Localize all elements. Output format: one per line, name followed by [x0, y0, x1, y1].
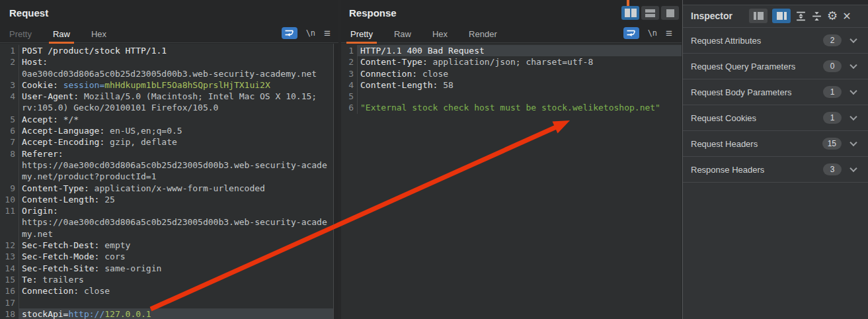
layout-rows-button[interactable]: [641, 6, 659, 20]
inspector-dock-left-button[interactable]: [749, 9, 768, 23]
word-wrap-icon: [284, 29, 294, 37]
line-number: [0, 68, 19, 79]
gear-icon[interactable]: ⚙: [827, 9, 838, 23]
request-toolbar: \n ≡: [282, 27, 331, 39]
code-line: 6"External stock check host must be stoc…: [341, 102, 682, 113]
code-line-text: Sec-Fetch-Dest: empty: [19, 240, 333, 251]
code-line-text: "External stock check host must be stock…: [358, 102, 682, 113]
line-number: 4: [0, 91, 19, 102]
inspector-dock-right-button[interactable]: [772, 9, 791, 23]
inspector-section-request-body-parameters[interactable]: Request Body Parameters1: [683, 79, 868, 105]
line-number: [0, 171, 19, 182]
section-label: Request Body Parameters: [691, 87, 791, 97]
section-label: Request Headers: [691, 139, 758, 149]
dock-right-icon: [777, 12, 783, 20]
count-badge: 1: [823, 86, 842, 98]
single-layout-icon: [666, 9, 674, 17]
code-line-text: https://0ae300cd03d806a5c0b25d23005d00b3…: [19, 216, 333, 228]
code-line: https://0ae300cd03d806a5c0b25d23005d00b3…: [0, 160, 333, 171]
code-line: 13Sec-Fetch-Mode: cors: [0, 251, 333, 262]
code-line: 12Sec-Fetch-Dest: empty: [0, 240, 333, 251]
inspector-section-request-query-parameters[interactable]: Request Query Parameters0: [683, 54, 868, 79]
response-panel-title: Response: [349, 7, 397, 19]
code-line: rv:105.0) Gecko/20100101 Firefox/105.0: [0, 102, 333, 113]
code-line: 10Content-Length: 25: [0, 194, 333, 205]
line-number: 1: [0, 45, 19, 56]
close-icon[interactable]: ✕: [842, 10, 851, 23]
response-tab-render[interactable]: Render: [465, 26, 501, 43]
layout-columns-button[interactable]: [621, 6, 639, 20]
soft-wrap-toggle-button[interactable]: [282, 27, 297, 39]
collapse-all-icon[interactable]: [811, 11, 822, 21]
code-line: 1HTTP/1.1 400 Bad Request: [341, 45, 682, 56]
chevron-down-icon[interactable]: [849, 139, 857, 146]
show-newlines-toggle[interactable]: \n: [306, 28, 315, 38]
inspector-section-request-cookies[interactable]: Request Cookies1: [683, 105, 868, 131]
chevron-down-icon[interactable]: [849, 36, 857, 43]
line-number: 4: [341, 79, 358, 91]
code-line: 16Connection: close: [0, 285, 333, 296]
chevron-down-icon[interactable]: [849, 87, 857, 95]
inspector-section-request-headers[interactable]: Request Headers15: [683, 131, 868, 157]
show-newlines-toggle[interactable]: \n: [648, 28, 657, 38]
line-number: [0, 160, 19, 171]
count-badge: 3: [823, 163, 842, 175]
layout-selected-indicator: [627, 0, 629, 6]
inspector-section-response-headers[interactable]: Response Headers3: [683, 157, 868, 183]
request-panel-title: Request: [9, 7, 48, 19]
code-line-text: Accept: */*: [19, 114, 333, 125]
inspector-section-request-attributes[interactable]: Request Attributes2: [683, 28, 868, 54]
code-line: 15Te: trailers: [0, 274, 333, 285]
request-editor[interactable]: 1POST /product/stock HTTP/1.12Host:0ae30…: [0, 44, 334, 319]
response-panel: Response PrettyRawHexRender \n ≡ 1H: [341, 0, 682, 319]
code-line-text: [358, 91, 682, 102]
editor-menu-button[interactable]: ≡: [324, 28, 331, 39]
code-line: 5: [341, 91, 682, 102]
line-number: 16: [0, 285, 19, 296]
inspector-panel: Inspector ⚙ ✕ Request Attri: [682, 0, 868, 319]
chevron-down-icon[interactable]: [849, 113, 857, 120]
code-line: 14Sec-Fetch-Site: same-origin: [0, 263, 333, 274]
response-toolbar: \n ≡: [623, 27, 672, 39]
inspector-top-strip: [683, 0, 868, 5]
line-number: 12: [0, 240, 19, 251]
expand-all-icon[interactable]: [795, 11, 807, 21]
line-number: [0, 216, 19, 228]
code-line-text: User-Agent: Mozilla/5.0 (Macintosh; Inte…: [19, 91, 333, 102]
code-line-text: HTTP/1.1 400 Bad Request: [358, 45, 682, 56]
request-tab-raw[interactable]: Raw: [49, 26, 74, 43]
code-line: my.net: [0, 228, 333, 240]
response-tab-pretty[interactable]: Pretty: [346, 26, 377, 43]
response-tab-hex[interactable]: Hex: [428, 26, 452, 43]
editor-menu-button[interactable]: ≡: [666, 28, 672, 39]
code-line-text: stockApi=http://127.0.0.1: [19, 308, 333, 319]
soft-wrap-toggle-button[interactable]: [623, 27, 639, 39]
dock-left-icon: [754, 12, 756, 20]
code-line: 18stockApi=http://127.0.0.1: [0, 308, 333, 319]
request-tab-pretty[interactable]: Pretty: [5, 26, 36, 43]
code-line-text: POST /product/stock HTTP/1.1: [19, 45, 333, 56]
code-line: 5Accept: */*: [0, 114, 333, 125]
request-panel: Request PrettyRawHex \n ≡ 1POST /product…: [0, 0, 338, 319]
line-number: 18: [0, 308, 19, 319]
code-line: 2Host:: [0, 56, 333, 68]
section-label: Request Attributes: [691, 36, 761, 46]
count-badge: 2: [823, 34, 842, 46]
count-badge: 15: [822, 138, 842, 150]
layout-single-button[interactable]: [661, 6, 679, 20]
view-layout-buttons: [621, 6, 679, 20]
code-line-text: Host:: [19, 56, 333, 68]
code-line-text: Sec-Fetch-Mode: cors: [19, 251, 333, 262]
code-line-text: Content-Type: application/x-www-form-url…: [19, 183, 333, 194]
response-editor[interactable]: 1HTTP/1.1 400 Bad Request2Content-Type: …: [341, 44, 682, 319]
code-line: 4Content-Length: 58: [341, 79, 682, 91]
chevron-down-icon[interactable]: [849, 62, 857, 69]
code-line-text: Referer:: [19, 148, 333, 160]
line-number: 13: [0, 251, 19, 262]
code-line-text: Content-Length: 25: [19, 194, 333, 205]
response-tab-raw[interactable]: Raw: [390, 26, 415, 43]
code-line: 3Connection: close: [341, 68, 682, 79]
request-tab-hex[interactable]: Hex: [87, 26, 110, 43]
code-line: https://0ae300cd03d806a5c0b25d23005d00b3…: [0, 216, 333, 228]
chevron-down-icon[interactable]: [849, 165, 857, 172]
